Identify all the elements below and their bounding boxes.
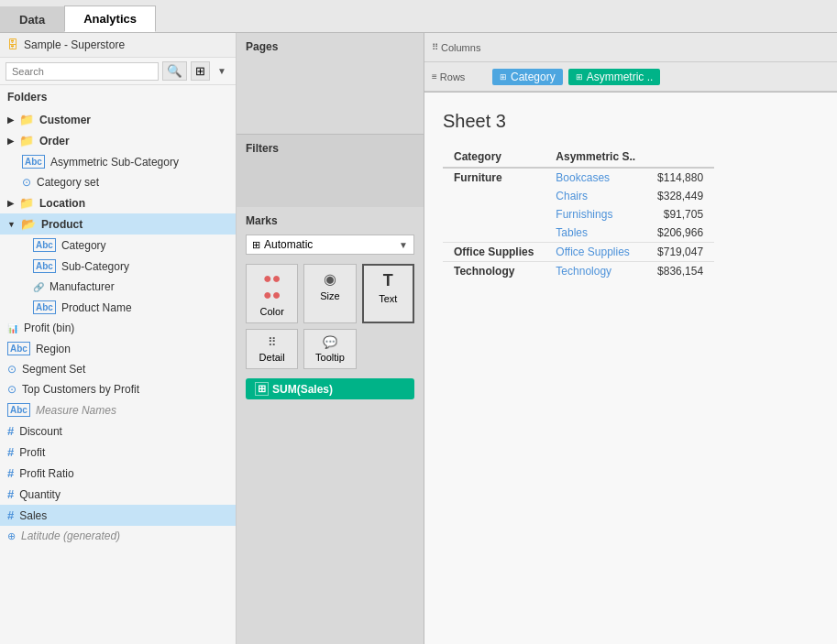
- search-input[interactable]: [6, 62, 159, 81]
- folder-icon: 📁: [19, 134, 34, 147]
- right-panel: ⠿ Columns ≡ Rows ⊞ Category ⊞: [424, 33, 837, 644]
- text-icon: T: [383, 271, 393, 290]
- chevron-down-icon: ▼: [7, 220, 16, 229]
- folder-open-icon: 📂: [21, 217, 36, 231]
- sum-sales-pill[interactable]: ⊞ SUM(Sales): [246, 378, 414, 399]
- field-product-name[interactable]: Abc Product Name: [0, 297, 236, 318]
- tab-analytics[interactable]: Analytics: [64, 5, 156, 32]
- marks-title: Marks: [246, 214, 414, 227]
- table-row: Technology Technology $836,154: [443, 262, 714, 281]
- folders-label: Folders: [7, 91, 47, 104]
- field-label: Segment Set: [22, 363, 85, 376]
- hash-icon: #: [7, 424, 14, 438]
- chevron-right-icon: ▶: [7, 199, 14, 208]
- dimension-icon: ⊞: [576, 72, 583, 82]
- subcategory-cell: Bookcases: [545, 168, 646, 187]
- category-cell: Technology: [443, 262, 545, 281]
- value-cell: $328,449: [646, 187, 714, 205]
- field-label: Asymmetric Sub-Category: [50, 156, 179, 169]
- field-top-customers[interactable]: ⊙ Top Customers by Profit: [0, 379, 236, 399]
- field-region[interactable]: Abc Region: [0, 338, 236, 359]
- value-cell: $836,154: [646, 262, 714, 281]
- columns-shelf: ⠿ Columns: [424, 33, 837, 62]
- tab-data[interactable]: Data: [0, 6, 64, 32]
- value-cell: $114,880: [646, 168, 714, 187]
- marks-type-dropdown[interactable]: ⊞ Automatic ▼: [246, 235, 414, 255]
- field-segment-set[interactable]: ⊙ Segment Set: [0, 359, 236, 379]
- field-profit-ratio[interactable]: # Profit Ratio: [0, 463, 236, 484]
- field-label: Measure Names: [36, 404, 116, 417]
- text-label: Text: [379, 293, 397, 304]
- data-source-row[interactable]: 🗄 Sample - Superstore: [0, 33, 236, 58]
- detail-icon: ⠿: [268, 335, 277, 349]
- folder-product[interactable]: ▼ 📂 Product: [0, 213, 236, 235]
- asymmetric-pill[interactable]: ⊞ Asymmetric ..: [568, 69, 661, 85]
- folder-label: Location: [39, 197, 85, 210]
- subcategory-cell: Tables: [545, 224, 646, 243]
- field-latitude[interactable]: ⊕ Latitude (generated): [0, 526, 236, 546]
- chevron-right-icon: ▶: [7, 136, 14, 146]
- field-profit[interactable]: # Profit: [0, 442, 236, 463]
- detail-button[interactable]: ⠿ Detail: [246, 329, 298, 369]
- size-label: Size: [320, 290, 339, 301]
- abc-icon: Abc: [22, 155, 45, 169]
- filters-area: Filters: [237, 134, 424, 207]
- chevron-right-icon: ▶: [7, 115, 14, 125]
- col-header-asymmetric: Asymmetric S..: [545, 147, 646, 168]
- grid-view-button[interactable]: ⊞: [191, 61, 210, 81]
- search-button[interactable]: 🔍: [162, 61, 187, 81]
- color-button[interactable]: ●●●● Color: [246, 264, 298, 323]
- folders-header: Folders: [0, 85, 236, 109]
- field-label: Profit: [19, 446, 45, 459]
- field-asymmetric[interactable]: Abc Asymmetric Sub-Category: [0, 151, 236, 172]
- field-label: Sub-Category: [61, 260, 129, 273]
- field-manufacturer[interactable]: 🔗 Manufacturer: [0, 277, 236, 297]
- abc-icon: Abc: [33, 238, 56, 252]
- field-label: Category: [61, 239, 106, 252]
- link-icon: 🔗: [33, 282, 44, 292]
- category-cell: Furniture: [443, 168, 545, 243]
- col-header-value: [646, 147, 714, 168]
- color-dots-icon: ●●●●: [263, 270, 281, 303]
- size-button[interactable]: ◉ Size: [303, 264, 356, 323]
- field-quantity[interactable]: # Quantity: [0, 484, 236, 505]
- field-discount[interactable]: # Discount: [0, 420, 236, 442]
- top-tab-bar: Data Analytics: [0, 0, 837, 33]
- folder-icon: 📁: [19, 113, 34, 126]
- abc-icon: Abc: [33, 300, 56, 314]
- field-category[interactable]: Abc Category: [0, 235, 236, 256]
- field-label: Region: [36, 343, 71, 355]
- field-measure-names[interactable]: Abc Measure Names: [0, 399, 236, 420]
- set-icon: ⊙: [7, 383, 17, 396]
- field-profit-bin[interactable]: 📊 Profit (bin): [0, 318, 236, 338]
- value-cell: $91,705: [646, 205, 714, 224]
- sort-dropdown-button[interactable]: ▼: [214, 64, 230, 78]
- category-cell: Office Supplies: [443, 243, 545, 262]
- abc-icon: Abc: [33, 259, 56, 273]
- columns-icon: ⠿: [432, 42, 438, 52]
- subcategory-cell: Furnishings: [545, 205, 646, 224]
- dimension-icon: ⊞: [500, 72, 507, 82]
- pages-label: Pages: [246, 40, 278, 53]
- tooltip-button[interactable]: 💬 Tooltip: [303, 329, 356, 369]
- field-sub-category[interactable]: Abc Sub-Category: [0, 256, 236, 277]
- rows-label: ≡ Rows: [432, 71, 487, 82]
- field-sales[interactable]: # Sales: [0, 505, 236, 526]
- tooltip-icon: 💬: [323, 335, 337, 349]
- folder-location[interactable]: ▶ 📁 Location: [0, 192, 236, 213]
- abc-icon: Abc: [7, 342, 30, 355]
- field-category-set[interactable]: ⊙ Category set: [0, 172, 236, 192]
- folder-order[interactable]: ▶ 📁 Order: [0, 130, 236, 151]
- shelves-area: ⠿ Columns ≡ Rows ⊞ Category ⊞: [424, 33, 837, 93]
- rows-shelf: ≡ Rows ⊞ Category ⊞ Asymmetric ..: [424, 62, 837, 92]
- text-button[interactable]: T Text: [362, 264, 414, 323]
- detail-label: Detail: [259, 352, 285, 363]
- folder-customer[interactable]: ▶ 📁 Customer: [0, 109, 236, 130]
- field-label: Sales: [19, 509, 47, 522]
- field-list: ▶ 📁 Customer ▶ 📁 Order Abc Asymmetric Su…: [0, 109, 236, 644]
- columns-label: ⠿ Columns: [432, 42, 487, 53]
- subcategory-cell: Office Supplies: [545, 243, 646, 262]
- left-panel: 🗄 Sample - Superstore 🔍 ⊞ ▼ Folders ▶ 📁: [0, 33, 237, 644]
- category-pill[interactable]: ⊞ Category: [492, 69, 563, 85]
- hash-icon: #: [7, 445, 14, 459]
